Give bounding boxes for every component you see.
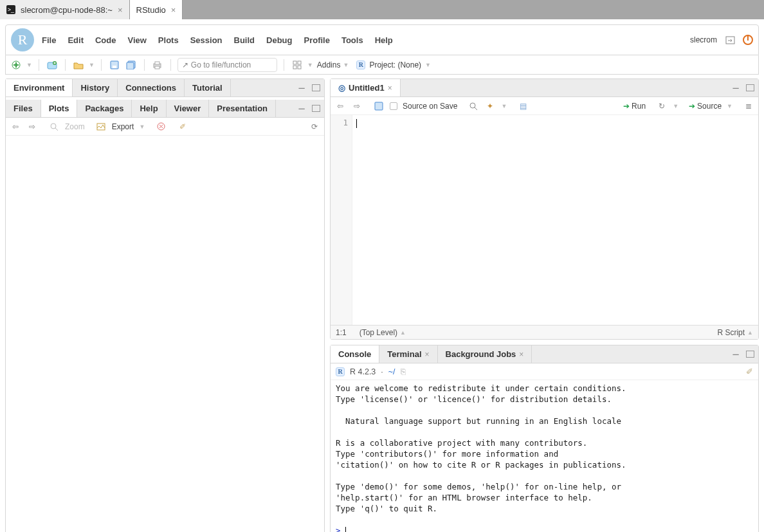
svg-rect-5 [113,66,116,68]
tab-connections[interactable]: Connections [118,79,185,96]
save-icon[interactable] [108,59,121,71]
menu-tools[interactable]: Tools [341,35,363,45]
minimize-icon[interactable]: ─ [295,102,308,115]
export-label[interactable]: Export [112,122,134,131]
close-icon[interactable]: × [519,350,523,359]
source-pane: ◎ Untitled1 × ─ ⇦ ⇨ [330,78,759,340]
tab-plots[interactable]: Plots [41,100,78,117]
minimize-icon[interactable]: ─ [295,82,308,95]
tab-presentation[interactable]: Presentation [209,100,276,117]
menu-edit[interactable]: Edit [68,35,84,45]
zoom-label[interactable]: Zoom [65,122,85,131]
export-icon[interactable] [95,121,107,133]
source-on-save-checkbox[interactable] [390,102,397,110]
tab-environment[interactable]: Environment [6,79,73,96]
tab-history[interactable]: History [73,79,118,96]
wd-popout-icon[interactable]: ⎘ [401,367,406,376]
chevron-down-icon[interactable]: ▼ [89,62,95,68]
menu-session[interactable]: Session [190,35,223,45]
tab-terminal[interactable]: Terminal× [379,345,437,363]
tab-tutorial[interactable]: Tutorial [185,79,231,96]
tab-packages[interactable]: Packages [77,100,132,117]
print-icon[interactable] [151,59,164,71]
menu-code[interactable]: Code [95,35,116,45]
new-project-icon[interactable] [46,59,59,71]
back-icon[interactable]: ⇦ [334,100,346,112]
svg-rect-15 [375,102,383,110]
new-window-icon[interactable] [723,33,736,46]
chevron-down-icon[interactable]: ▼ [139,124,145,130]
source-arrow-icon: ➔ [689,102,695,111]
grid-icon[interactable] [291,59,304,71]
close-icon[interactable]: × [171,5,176,15]
save-icon[interactable] [373,100,385,112]
close-icon[interactable]: × [388,84,392,93]
menu-plots[interactable]: Plots [158,35,179,45]
tab-console[interactable]: Console [331,345,379,363]
outline-icon[interactable]: ≣ [743,100,754,112]
editor[interactable]: 1 [331,115,758,325]
chevron-down-icon[interactable]: ▼ [673,103,678,109]
quit-session-icon[interactable] [743,35,753,45]
clear-console-icon[interactable]: ✐ [746,367,753,376]
tab-background-jobs[interactable]: Background Jobs× [438,345,532,363]
rerun-icon[interactable]: ↻ [656,100,668,112]
minimize-icon[interactable]: ─ [729,82,742,95]
chevron-down-icon[interactable]: ▼ [307,62,313,68]
svg-rect-14 [298,66,301,69]
run-button[interactable]: ➔ Run [623,102,646,111]
clear-plots-icon[interactable]: ✐ [177,121,188,133]
svg-point-16 [470,103,475,108]
scope-label[interactable]: (Top Level) [359,328,397,337]
source-button[interactable]: ➔ Source [689,102,722,111]
menu-debug[interactable]: Debug [266,35,292,45]
menu-file[interactable]: File [42,35,56,45]
plot-next-icon[interactable]: ⇨ [26,121,38,133]
open-file-icon[interactable] [72,59,85,71]
source-toolbar: ⇦ ⇨ Source on Save ✦ ▼ ▤ [331,97,758,115]
r-icon: R [336,367,345,376]
menu-profile[interactable]: Profile [304,35,329,45]
addins-menu[interactable]: Addins ▼ [317,60,349,69]
console-output[interactable]: You are welcome to redistribute it under… [331,380,758,532]
svg-point-17 [51,124,56,129]
console-pane: Console Terminal× Background Jobs× ─ R R… [330,345,759,532]
zoom-icon[interactable] [48,121,60,133]
project-menu[interactable]: R Project: (None) ▼ [356,60,431,69]
global-toolbar: ▼ ▼ ↗ Go to file/func [5,55,759,75]
maximize-icon[interactable] [746,84,754,91]
tab-viewer[interactable]: Viewer [167,100,210,117]
minimize-icon[interactable]: ─ [729,348,742,361]
menu-help[interactable]: Help [375,35,393,45]
notebook-icon[interactable]: ▤ [517,100,529,112]
remove-plot-icon[interactable] [155,121,167,133]
chevron-down-icon[interactable]: ▼ [501,103,507,109]
plot-prev-icon[interactable]: ⇦ [10,121,21,133]
r-file-icon: ◎ [338,83,345,93]
new-file-icon[interactable] [10,59,23,71]
goto-file-input[interactable]: ↗ Go to file/function [177,58,277,72]
close-icon[interactable]: × [118,5,123,15]
chevron-down-icon[interactable]: ▼ [727,103,732,109]
goto-placeholder: Go to file/function [191,60,251,69]
save-all-icon[interactable] [125,59,138,71]
os-tab-terminal[interactable]: >_ slecrom@cpu-node-88:~ × [0,0,130,19]
os-tab-rstudio[interactable]: RStudio × [130,0,183,19]
refresh-icon[interactable]: ⟳ [309,121,320,133]
menu-view[interactable]: View [127,35,146,45]
maximize-icon[interactable] [312,84,320,91]
close-icon[interactable]: × [425,350,430,359]
language-mode[interactable]: R Script [717,328,745,337]
tab-files[interactable]: Files [6,100,41,117]
menu-build[interactable]: Build [234,35,255,45]
tab-help[interactable]: Help [132,100,166,117]
source-tab-untitled1[interactable]: ◎ Untitled1 × [331,79,401,96]
forward-icon[interactable]: ⇨ [351,100,363,112]
maximize-icon[interactable] [746,351,754,358]
rstudio-logo: R [11,28,34,51]
working-dir[interactable]: ~/ [388,367,396,376]
maximize-icon[interactable] [312,105,320,112]
chevron-down-icon[interactable]: ▼ [26,62,32,68]
wand-icon[interactable]: ✦ [484,100,496,112]
find-icon[interactable] [468,100,479,112]
